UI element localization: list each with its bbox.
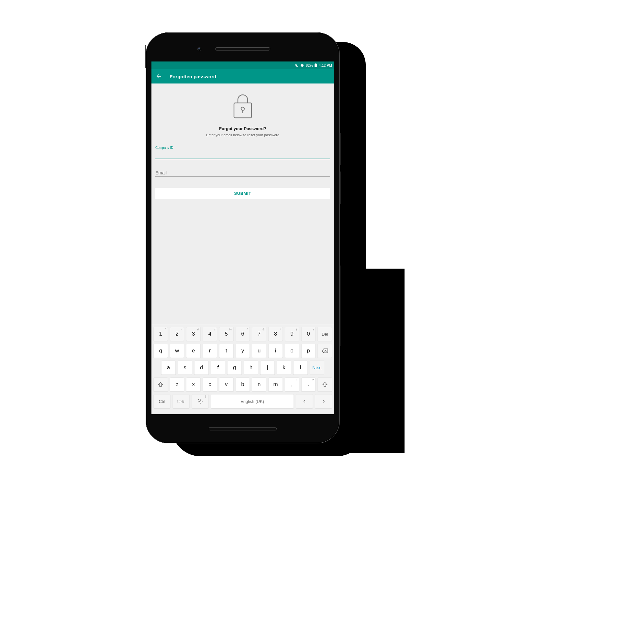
key-v[interactable]: v <box>219 377 234 392</box>
key-period[interactable]: .? <box>301 377 316 392</box>
keyboard-row-2: qwertyuiop <box>153 344 332 358</box>
key-2[interactable]: 2- <box>170 327 184 341</box>
mute-icon <box>295 64 298 67</box>
key-1[interactable]: 1` <box>153 327 168 341</box>
status-bar: 82% 4:12 PM <box>151 61 334 69</box>
phone-volume-up <box>340 133 341 165</box>
key-k[interactable]: k <box>277 361 291 375</box>
app-bar-title: Forgotten password <box>170 74 216 79</box>
key-g[interactable]: g <box>227 361 242 375</box>
submit-button[interactable]: SUBMIT <box>155 188 330 199</box>
key-u[interactable]: u <box>252 344 266 358</box>
key-0[interactable]: 0) <box>301 327 316 341</box>
key-b[interactable]: b <box>236 377 250 392</box>
key-shift-right[interactable] <box>317 377 332 392</box>
key-8[interactable]: 8* <box>268 327 283 341</box>
key-x[interactable]: x <box>186 377 201 392</box>
key-next[interactable]: Next <box>310 361 324 375</box>
company-id-label: Company ID <box>155 146 330 150</box>
key-arrow-left[interactable] <box>296 394 313 408</box>
key-4[interactable]: 4/ <box>203 327 217 341</box>
content: Forgot your Password? Enter your email b… <box>151 83 334 199</box>
key-d[interactable]: d <box>194 361 209 375</box>
app-bar: Forgotten password <box>151 69 334 83</box>
email-input[interactable] <box>155 168 330 177</box>
key-r[interactable]: r <box>203 344 217 358</box>
key-e[interactable]: e <box>186 344 201 358</box>
key-arrow-right[interactable] <box>315 394 332 408</box>
phone-speaker-bottom <box>209 427 277 430</box>
key-symbols[interactable]: !#☺ <box>172 394 190 408</box>
email-field: . <box>155 168 330 177</box>
key-q[interactable]: q <box>153 344 168 358</box>
key-h[interactable]: h <box>244 361 258 375</box>
key-6[interactable]: 6^ <box>236 327 250 341</box>
key-i[interactable]: i <box>268 344 283 358</box>
key-s[interactable]: s <box>178 361 192 375</box>
key-z[interactable]: z <box>170 377 184 392</box>
keyboard-row-3: asdfghjklNext <box>153 361 332 375</box>
key-comma[interactable]: ,! <box>285 377 299 392</box>
key-p[interactable]: p <box>301 344 316 358</box>
keyboard: 1`2-3#4/5%6^7&8*9(0)Del qwertyuiop asdfg… <box>151 324 334 414</box>
keyboard-row-5: Ctrl!#☺⋮English (UK) <box>153 394 332 408</box>
key-del[interactable]: Del <box>317 327 332 341</box>
key-9[interactable]: 9( <box>285 327 299 341</box>
key-3[interactable]: 3# <box>186 327 201 341</box>
battery-icon <box>315 63 317 67</box>
key-shift-left[interactable] <box>153 377 168 392</box>
key-j[interactable]: j <box>260 361 275 375</box>
key-m[interactable]: m <box>268 377 283 392</box>
key-settings[interactable]: ⋮ <box>192 394 209 408</box>
svg-rect-2 <box>316 63 316 64</box>
battery-percent: 82% <box>306 63 313 67</box>
key-f[interactable]: f <box>211 361 225 375</box>
key-n[interactable]: n <box>252 377 266 392</box>
key-w[interactable]: w <box>170 344 184 358</box>
company-id-input[interactable] <box>155 150 330 159</box>
key-7[interactable]: 7& <box>252 327 266 341</box>
wifi-icon <box>300 64 304 67</box>
lock-icon <box>155 93 330 120</box>
screen: 82% 4:12 PM Forgotten password <box>151 61 334 414</box>
status-time: 4:12 PM <box>319 63 332 67</box>
phone-camera <box>197 47 201 51</box>
forgot-subline: Enter your email below to reset your pas… <box>155 133 330 137</box>
key-a[interactable]: a <box>161 361 176 375</box>
key-y[interactable]: y <box>236 344 250 358</box>
keyboard-row-1: 1`2-3#4/5%6^7&8*9(0)Del <box>153 327 332 341</box>
key-backspace[interactable] <box>317 344 332 358</box>
phone-earpiece <box>215 47 270 50</box>
keyboard-row-4: zxcvbnm,!.? <box>153 377 332 392</box>
svg-point-9 <box>199 401 201 402</box>
key-l[interactable]: l <box>293 361 308 375</box>
key-space[interactable]: English (UK) <box>211 394 294 408</box>
svg-point-5 <box>241 107 244 110</box>
forgot-headline: Forgot your Password? <box>155 126 330 131</box>
phone-frame: 82% 4:12 PM Forgotten password <box>146 32 340 443</box>
key-t[interactable]: t <box>219 344 234 358</box>
phone-power-strip <box>340 265 341 346</box>
key-ctrl[interactable]: Ctrl <box>153 394 171 408</box>
back-icon[interactable] <box>156 73 162 79</box>
key-o[interactable]: o <box>285 344 299 358</box>
svg-rect-1 <box>315 64 317 67</box>
key-c[interactable]: c <box>203 377 217 392</box>
key-5[interactable]: 5% <box>219 327 234 341</box>
phone-volume-down <box>340 172 341 204</box>
company-id-field: Company ID <box>155 146 330 159</box>
